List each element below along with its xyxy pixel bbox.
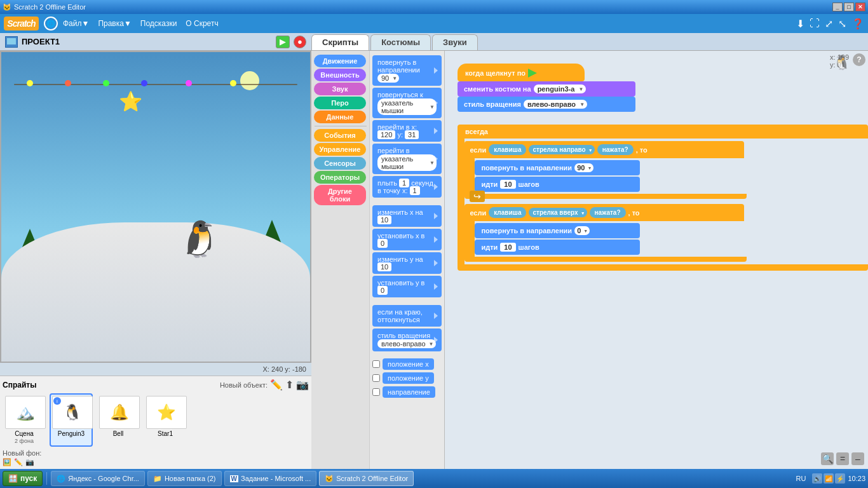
sprite-star1[interactable]: ⭐ Star1 <box>144 393 187 447</box>
taskbar-word[interactable]: W Задание - Microsoft ... <box>224 471 317 486</box>
forever-body: если клавиша стрелка направо▼ нажата? , … <box>458 139 868 264</box>
check-posy[interactable] <box>372 374 380 382</box>
fullscreen-icon[interactable]: ⛶ <box>810 18 820 29</box>
block-when-flag-clicked[interactable]: когда щелкнут по <box>458 64 585 81</box>
language-button[interactable]: 🌐 <box>44 17 58 30</box>
forever-inner: если клавиша стрелка направо▼ нажата? , … <box>465 139 868 264</box>
start-icon: 🪟 <box>8 474 18 483</box>
light1 <box>27 80 33 86</box>
block-glide[interactable]: плыть 1 секунд в точку x: 1 <box>372 176 442 198</box>
block-change-y[interactable]: изменить у на 10 <box>372 252 442 274</box>
clock-time: 10:23 <box>848 475 865 482</box>
start-button[interactable]: 🪟 пуск <box>3 471 43 486</box>
block-turn-to[interactable]: повернуться к указатель мышки <box>372 88 442 118</box>
paint-sprite-button[interactable]: ✏️ <box>270 379 283 391</box>
start-label: пуск <box>20 474 37 483</box>
block-go-to[interactable]: перейти в указатель мышки <box>372 144 442 174</box>
tab-scripts[interactable]: Скрипты <box>311 34 369 50</box>
scratch-taskbar-label: Scratch 2 Offline Editor <box>336 475 408 482</box>
sprites-list: 🏔️ Сцена2 фона i 🐧 Penguin3 🔔 Bell ⭐ <box>3 393 309 447</box>
block-set-x[interactable]: установить х в 0 <box>372 229 442 250</box>
import-sprite-button[interactable]: ⬆ <box>285 379 294 391</box>
stop-button[interactable]: ● <box>294 36 306 48</box>
block-move-1[interactable]: идти 10 шагов <box>475 177 640 192</box>
titlebar: 🐱 Scratch 2 Offline Editor _ □ ✕ <box>0 0 868 14</box>
expand-icon[interactable]: ⤢ <box>825 18 833 30</box>
scratch-taskbar-icon: 🐱 <box>325 475 334 483</box>
taskbar-scratch[interactable]: 🐱 Scratch 2 Offline Editor <box>319 471 414 486</box>
scripts-content: Движение Внешность Звук Перо Данные Собы… <box>311 51 868 469</box>
block-change-x[interactable]: изменить х на 10 <box>372 205 442 227</box>
check-posx[interactable] <box>372 360 380 368</box>
info-badge: i <box>53 397 61 405</box>
camera-sprite-button[interactable]: 📷 <box>296 379 309 391</box>
block-go-to-xy[interactable]: перейти в x: 120 y: 31 <box>372 120 442 142</box>
forever-block: всегда если клавиша стрел <box>458 125 868 271</box>
stage-canvas: ⭐ <box>0 51 311 363</box>
block-set-y[interactable]: установить у в 0 <box>372 276 442 297</box>
taskbar: 🪟 пуск 🌐 Яндекс - Google Chr... 📁 Новая … <box>0 469 868 488</box>
block-if-on-edge[interactable]: если на краю, оттолкнуться <box>372 305 442 327</box>
menu-file[interactable]: Файл▼ <box>59 17 93 30</box>
star-sprite: ⭐ <box>119 90 142 112</box>
taskbar-chrome[interactable]: 🌐 Яндекс - Google Chr... <box>51 471 145 486</box>
bg-image-icon: 🖼️ <box>3 458 11 466</box>
if-label-1[interactable]: если клавиша стрелка направо▼ нажата? , … <box>465 141 744 158</box>
penguin-sprite: 🐧 <box>177 219 221 260</box>
stage-coords: X: 240 y: -180 <box>0 363 311 376</box>
maximize-button[interactable]: □ <box>844 3 854 11</box>
help-icon[interactable]: ❓ <box>851 18 864 30</box>
tab-sounds[interactable]: Звуки <box>432 34 478 50</box>
cat-events-btn[interactable]: События <box>314 129 366 142</box>
download-icon[interactable]: ⬇ <box>796 18 804 30</box>
cat-control-btn[interactable]: Управление <box>314 143 366 156</box>
if-label-2[interactable]: если клавиша стрелка вверх▼ нажата? , то <box>465 204 744 221</box>
chrome-label: Яндекс - Google Chr... <box>68 475 139 482</box>
cat-sensing-btn[interactable]: Сенсоры <box>314 157 366 170</box>
taskbar-folder[interactable]: 📁 Новая папка (2) <box>147 471 222 486</box>
minimize-button[interactable]: _ <box>832 3 843 11</box>
cat-sound-btn[interactable]: Звук <box>314 83 366 95</box>
shrink-icon[interactable]: ⤡ <box>838 18 846 30</box>
menu-hints[interactable]: Подсказки <box>137 17 181 30</box>
block-turn-direction[interactable]: повернуть в направлении 90 <box>372 55 442 86</box>
zoom-in-button[interactable]: 🔍 <box>821 452 834 465</box>
cat-looks-btn[interactable]: Внешность <box>314 69 366 81</box>
close-button[interactable]: ✕ <box>855 3 865 11</box>
sprite-scene[interactable]: 🏔️ Сцена2 фона <box>3 393 46 447</box>
cat-data-btn[interactable]: Данные <box>314 111 366 123</box>
block-turn-dir-2[interactable]: повернуть в направлении 0▼ <box>475 223 640 238</box>
cat-more-btn[interactable]: Другие блоки <box>314 185 366 205</box>
block-switch-costume[interactable]: сменить костюм на penguin3-a▼ <box>458 81 868 97</box>
bg-camera-icon[interactable]: 📷 <box>25 458 34 466</box>
folder-icon: 📁 <box>153 475 162 483</box>
if-bottom-1: ↪ <box>465 194 747 199</box>
sprite-penguin3-label: Penguin3 <box>52 430 90 437</box>
block-rotation-style[interactable]: стиль вращения влево-вправо <box>372 329 442 351</box>
titlebar-controls: _ □ ✕ <box>832 3 865 11</box>
menu-about[interactable]: О Скретч <box>182 17 222 30</box>
cat-operators-btn[interactable]: Операторы <box>314 171 366 184</box>
check-dir[interactable] <box>372 388 380 396</box>
chrome-icon: 🌐 <box>57 475 65 483</box>
folder-label: Новая папка (2) <box>165 475 216 482</box>
zoom-out-button[interactable]: – <box>851 452 864 465</box>
bg-paint-icon[interactable]: ✏️ <box>14 458 23 466</box>
sprite-penguin3-thumb: i 🐧 <box>52 396 93 429</box>
block-rotation-style-1[interactable]: стиль вращения влево-вправо▼ <box>458 97 868 112</box>
green-flag-button[interactable]: ▶ <box>276 36 290 48</box>
if-arm-1 <box>465 158 475 194</box>
sprite-penguin3[interactable]: i 🐧 Penguin3 <box>50 393 93 447</box>
zoom-reset-button[interactable]: = <box>836 452 849 465</box>
label-dir: направление <box>383 386 435 398</box>
forever-label[interactable]: всегда <box>458 125 868 139</box>
cat-pen-btn[interactable]: Перо <box>314 97 366 109</box>
new-bg-area: Новый фон: 🖼️ ✏️ 📷 <box>3 449 309 466</box>
block-move-2[interactable]: идти 10 шагов <box>475 240 640 255</box>
sprite-bell[interactable]: 🔔 Bell <box>97 393 140 447</box>
sprite-bell-thumb: 🔔 <box>99 396 140 429</box>
cat-motion-btn[interactable]: Движение <box>314 55 366 67</box>
block-turn-dir-1[interactable]: повернуть в направлении 90▼ <box>475 160 640 175</box>
menu-edit[interactable]: Правка▼ <box>94 17 135 30</box>
tab-costumes[interactable]: Костюмы <box>370 34 431 50</box>
